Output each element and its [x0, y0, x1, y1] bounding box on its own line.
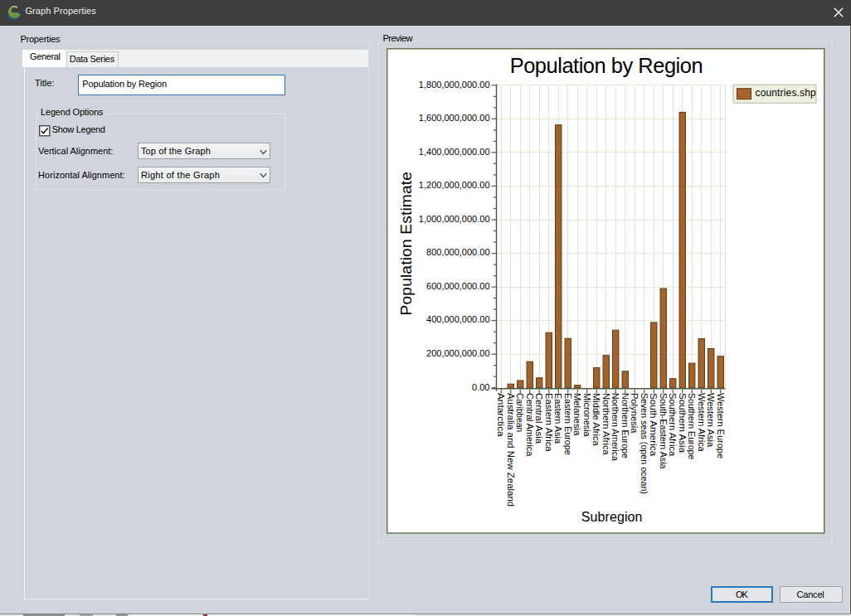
svg-text:Northern America: Northern America — [610, 393, 620, 461]
svg-text:1,600,000,000.00: 1,600,000,000.00 — [419, 113, 490, 123]
svg-text:Melanesia: Melanesia — [572, 393, 582, 436]
svg-text:Northern Africa: Northern Africa — [601, 393, 611, 455]
svg-text:Southern Europe: Southern Europe — [687, 393, 697, 460]
svg-text:Central America: Central America — [525, 393, 535, 457]
svg-text:1,000,000,000.00: 1,000,000,000.00 — [419, 214, 490, 224]
svg-text:Southern Asia: Southern Asia — [678, 393, 688, 454]
svg-text:South-Eastern Asia: South-Eastern Asia — [659, 393, 669, 469]
svg-text:Western Africa: Western Africa — [697, 393, 707, 452]
svg-text:Central Asia: Central Asia — [534, 393, 544, 444]
svg-text:800,000,000.00: 800,000,000.00 — [426, 247, 489, 257]
svg-text:Caribbean: Caribbean — [515, 393, 525, 432]
svg-text:Eastern Africa: Eastern Africa — [544, 393, 554, 452]
svg-text:0.00: 0.00 — [472, 381, 489, 391]
svg-text:Eastern Europe: Eastern Europe — [563, 393, 573, 455]
svg-text:Middle Africa: Middle Africa — [591, 393, 601, 446]
svg-text:400,000,000.00: 400,000,000.00 — [426, 314, 489, 324]
svg-text:Western Europe: Western Europe — [716, 393, 726, 458]
svg-text:Population by Region: Population by Region — [510, 54, 703, 77]
svg-text:1,200,000,000.00: 1,200,000,000.00 — [419, 180, 490, 190]
svg-text:countries.shp: countries.shp — [756, 87, 816, 99]
svg-text:South America: South America — [649, 393, 659, 457]
svg-text:Eastern Asia: Eastern Asia — [553, 393, 563, 444]
svg-text:Seven seas (open ocean): Seven seas (open ocean) — [639, 393, 649, 494]
svg-text:1,400,000,000.00: 1,400,000,000.00 — [419, 146, 490, 156]
svg-text:Micronesia: Micronesia — [582, 393, 592, 437]
svg-text:Antarctica: Antarctica — [496, 393, 506, 437]
svg-text:Northern Europe: Northern Europe — [620, 393, 630, 458]
svg-text:Polynesia: Polynesia — [630, 393, 639, 434]
svg-text:Australia and New Zealand: Australia and New Zealand — [506, 393, 516, 507]
svg-text:Subregion: Subregion — [581, 510, 643, 524]
svg-text:Western Asia: Western Asia — [706, 393, 716, 448]
svg-text:1,800,000,000.00: 1,800,000,000.00 — [419, 79, 490, 89]
svg-text:200,000,000.00: 200,000,000.00 — [426, 348, 489, 358]
svg-text:600,000,000.00: 600,000,000.00 — [426, 281, 489, 291]
svg-text:Population Estimate: Population Estimate — [398, 172, 416, 316]
svg-text:Southern Africa: Southern Africa — [668, 393, 678, 457]
